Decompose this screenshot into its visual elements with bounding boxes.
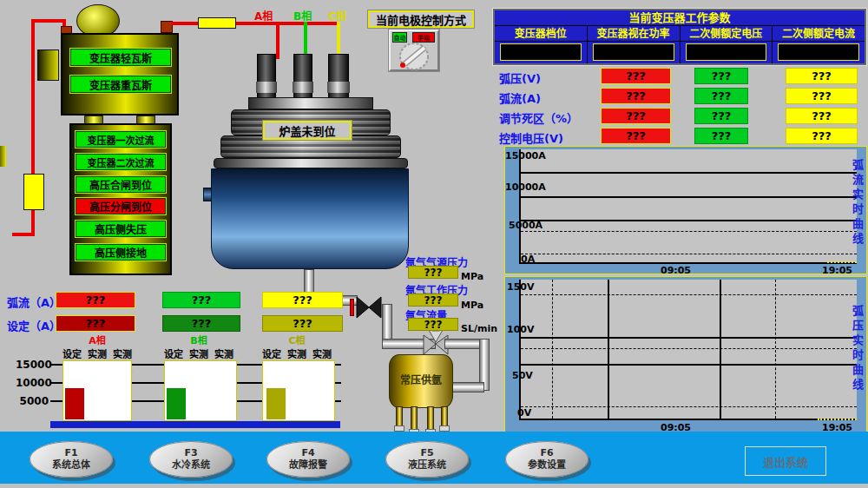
phase-a-label: A相 (254, 8, 273, 23)
lamp-label: 变压器二次过流 (88, 155, 155, 169)
phase-a-wire (276, 22, 279, 59)
nav-f3-button[interactable]: F3 水冷系统 (149, 441, 233, 478)
electrode-control-title: 当前电极控制方式 (368, 10, 474, 28)
ytick: 0V (517, 407, 531, 419)
argon-flow-value: ??? (408, 318, 458, 331)
control-voltage-b: ??? (694, 128, 748, 144)
control-voltage-a: ??? (601, 128, 671, 144)
phase-label: B相 (164, 333, 233, 346)
phase-c-bar-panel (262, 360, 335, 421)
fkey-label: F1 (64, 447, 77, 459)
unit-label: MPa (461, 271, 483, 282)
transformer-gas-lamp: 变压器重瓦斯 (69, 75, 172, 94)
arc-current-label: 弧流(A) (499, 89, 541, 106)
protection-lamp-alarm: 高压分闸到位 (75, 197, 167, 215)
xtick: 09:05 (661, 265, 691, 276)
bar-ytick: 10000 (16, 377, 49, 389)
arc-voltage-a: ??? (601, 68, 671, 84)
exit-button[interactable]: 退出系统 (745, 446, 826, 476)
ytick: 100V (507, 324, 534, 335)
phase-a-setpoint-bar (65, 388, 84, 419)
tank-leg (411, 406, 418, 431)
tank-leg (441, 406, 448, 427)
lamp-label: 高压分闸到位 (89, 199, 152, 214)
disconnect-switch (23, 174, 44, 210)
bar-ytick: 15000 (16, 359, 49, 371)
fkey-label: F6 (540, 447, 553, 459)
argon-source-pressure-value: ??? (408, 266, 458, 279)
nav-f6-button[interactable]: F6 参数设置 (505, 441, 589, 478)
arc-voltage-c: ??? (786, 68, 858, 84)
protection-lamp: 高压合闸到位 (75, 175, 167, 194)
unit-label: MPa (461, 300, 483, 311)
protection-lamp: 高压侧失压 (75, 220, 167, 238)
control-voltage-label: 控制电压(V) (499, 129, 563, 146)
phase-a-bar-panel (62, 360, 132, 421)
arc-voltage-label: 弧压(V) (499, 69, 541, 86)
bus-resistor (198, 17, 236, 29)
transformer-gas-lamp: 变压器轻瓦斯 (69, 48, 172, 67)
nav-label: 水冷系统 (172, 459, 210, 472)
params-table-title: 当前变压器工作参数 (495, 10, 865, 26)
lamp-label: 变压器轻瓦斯 (89, 50, 152, 65)
phase-b-setpoint-bar (167, 388, 186, 419)
xtick: 19:05 (822, 265, 852, 276)
setpoint-a-value: ??? (56, 315, 135, 332)
setpoint-c-value: ??? (262, 315, 343, 332)
phase-b-label: B相 (293, 8, 312, 23)
hv-wire (31, 19, 66, 23)
deadband-a: ??? (601, 108, 671, 124)
ytick: 50V (512, 370, 533, 381)
fkey-label: F3 (184, 447, 197, 459)
deadband-b: ??? (694, 108, 748, 124)
protection-lamp: 变压器二次过流 (75, 153, 167, 171)
chart-title: 弧流实时曲线 (849, 159, 865, 247)
lamp-label: 高压合闸到位 (89, 177, 152, 192)
phase-label: C相 (262, 333, 332, 346)
lamp-label: 高压侧接地 (95, 245, 147, 260)
col-header: 变压器视在功率 (587, 26, 680, 41)
argon-pipe (450, 382, 484, 392)
cursor-mark (827, 261, 857, 263)
arc-current-a: ??? (601, 88, 671, 104)
hv-wire (12, 233, 35, 236)
deadband-c: ??? (786, 108, 858, 124)
apparent-power-value (593, 43, 674, 61)
nav-f4-button[interactable]: F4 故障报警 (266, 441, 350, 478)
fkey-label: F5 (420, 447, 433, 459)
nav-label: 参数设置 (528, 459, 566, 472)
nav-label: 液压系统 (408, 459, 446, 472)
tank-foot (439, 425, 450, 432)
phase-b-bar-panel (164, 360, 237, 421)
phase-c-setpoint-bar (266, 388, 286, 419)
ytick: 15000A (505, 150, 546, 162)
nav-label: 系统总体 (52, 459, 90, 472)
plot-area (519, 280, 857, 420)
col-header: 变压器档位 (495, 26, 587, 41)
bushing (37, 49, 59, 81)
argon-tank-label: 常压供氩 (389, 372, 453, 386)
rated-voltage-value (686, 43, 767, 61)
nav-f5-button[interactable]: F5 液压系统 (385, 441, 469, 478)
tank-foot (394, 425, 404, 432)
phase-label: A相 (62, 333, 132, 346)
transformer-params-table: 当前变压器工作参数 变压器档位 变压器视在功率 二次侧额定电压 二次侧额定电流 (493, 9, 866, 65)
arc-current-a-value: ??? (56, 292, 135, 308)
nav-f1-button[interactable]: F1 系统总体 (30, 441, 113, 478)
valve-icon (355, 295, 383, 320)
deadband-label: 调节死区（%） (499, 109, 578, 126)
arc-current-row-label: 弧流（A） (7, 293, 61, 310)
ytick: 0A (521, 254, 535, 265)
tap-position-value (500, 43, 582, 61)
furnace-lid-rim (214, 158, 408, 168)
fkey-label: F4 (301, 447, 314, 459)
phase-c-label: C相 (328, 8, 346, 23)
electrode-clamp (256, 82, 277, 93)
control-voltage-c: ??? (786, 128, 858, 144)
lid-status-label: 炉盖未到位 (263, 121, 352, 140)
valve-indicator (350, 299, 354, 316)
arc-voltage-b: ??? (694, 68, 748, 84)
scada-furnace-screen: 变压器轻瓦斯 变压器重瓦斯 变压器一次过流 变压器二次过流 高压合闸到位 高压分… (0, 0, 868, 488)
mode-knob-icon[interactable] (396, 42, 432, 71)
arc-current-c: ??? (786, 88, 858, 104)
